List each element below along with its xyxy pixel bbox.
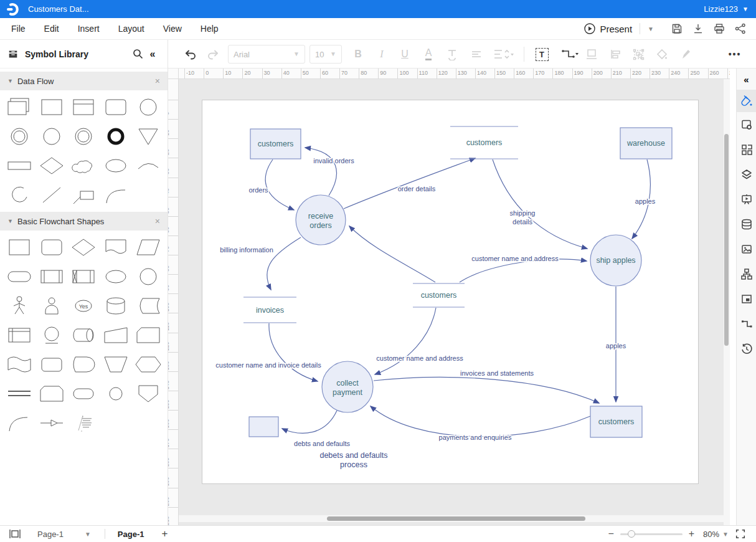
edge-3[interactable] — [349, 226, 435, 282]
bold-button[interactable]: B — [349, 40, 367, 69]
edge-payments-and-enquiries[interactable] — [371, 406, 590, 437]
shape-cloud[interactable] — [69, 155, 98, 177]
add-page-button[interactable]: + — [161, 528, 168, 540]
shape-document[interactable] — [102, 236, 131, 259]
shape-paper-tape[interactable] — [4, 353, 34, 376]
undo-button[interactable] — [182, 40, 199, 69]
section-header-basic-flowchart-shapes[interactable]: ▼ Basic Flowchart Shapes × — [0, 212, 168, 231]
shape-off-page[interactable] — [134, 383, 163, 405]
page-tab[interactable]: Page-1 — [118, 530, 144, 539]
shape-yes-ellipse[interactable]: Yes — [69, 295, 98, 317]
zoom-slider[interactable] — [620, 530, 683, 538]
vertical-scrollbar-thumb[interactable] — [724, 134, 729, 346]
section-collapse-icon[interactable]: ▼ — [7, 218, 13, 224]
text-style-button[interactable] — [443, 40, 461, 69]
pen-button[interactable] — [677, 40, 694, 69]
shape-process-rounded[interactable] — [102, 96, 131, 118]
edge-debts-and-defaults[interactable] — [282, 411, 337, 433]
menu-item-file[interactable]: File — [2, 24, 35, 34]
node-customers-store-top[interactable]: customers — [450, 126, 518, 159]
node-customers-store-mid[interactable]: customers — [413, 283, 465, 307]
page-setup-icon[interactable] — [737, 112, 756, 137]
shape-arc[interactable] — [134, 155, 163, 177]
menu-item-view[interactable]: View — [154, 24, 191, 34]
shape-predefined-process[interactable] — [37, 265, 66, 288]
close-icon[interactable]: × — [155, 216, 160, 226]
edge-orders[interactable] — [265, 159, 294, 210]
shape-circle-underline[interactable] — [37, 324, 66, 346]
node-process-caption[interactable]: debets and defaultsprocess — [319, 451, 387, 469]
shape-internal-storage-x[interactable] — [69, 265, 98, 288]
shape-double-lines[interactable] — [4, 383, 34, 405]
page-select-dropdown[interactable]: Page-1 ▼ — [37, 530, 91, 539]
connector-style-icon[interactable] — [737, 311, 756, 336]
shape-triangle-down[interactable] — [134, 125, 163, 148]
shape-process-header[interactable] — [69, 96, 98, 118]
drawing-page[interactable]: customersreceiveorderscustomerswarehouse… — [202, 100, 699, 484]
node-collect-payment[interactable]: collectpayment — [322, 361, 373, 412]
page-view-icon[interactable] — [9, 529, 21, 539]
shape-ellipse[interactable] — [102, 155, 131, 177]
shape-terminator-2[interactable] — [69, 383, 98, 405]
tree-icon[interactable] — [737, 262, 756, 287]
shape-arc-open[interactable] — [4, 184, 34, 206]
shape-manual-input[interactable] — [102, 324, 131, 346]
shape-arc-quarter[interactable] — [102, 184, 131, 206]
node-customers-br[interactable]: customers — [590, 406, 642, 437]
shape-rect[interactable] — [4, 236, 34, 259]
zoom-level-dropdown[interactable]: 80% ▼ — [703, 530, 729, 539]
edge-invalid-orders[interactable] — [305, 148, 336, 196]
redo-button[interactable] — [204, 40, 222, 69]
user-menu[interactable]: Lizzie123 ▼ — [704, 0, 749, 18]
menu-item-layout[interactable]: Layout — [109, 24, 154, 34]
arrange-button[interactable] — [583, 40, 600, 69]
shape-diamond[interactable] — [37, 155, 66, 177]
edge-customer-name-and-invoice-details[interactable] — [269, 323, 318, 381]
group-button[interactable] — [630, 40, 647, 69]
zoom-out-button[interactable]: − — [608, 528, 613, 540]
shape-datastore[interactable] — [4, 155, 34, 177]
shape-circle[interactable] — [134, 265, 163, 288]
vertical-scrollbar[interactable] — [724, 79, 730, 525]
node-receive-orders[interactable]: receiveorders — [296, 195, 346, 245]
horizontal-scrollbar[interactable] — [179, 515, 724, 522]
history-icon[interactable] — [737, 336, 756, 361]
close-icon[interactable]: × — [155, 76, 160, 86]
fill-tool-icon[interactable] — [737, 90, 756, 112]
edge-shipping-details[interactable] — [493, 159, 587, 249]
shape-rounded-rect-2[interactable] — [37, 353, 66, 376]
save-icon[interactable] — [670, 22, 684, 36]
shape-card-corners[interactable] — [37, 383, 66, 405]
menu-item-insert[interactable]: Insert — [69, 24, 109, 34]
node-customers-tl[interactable]: customers — [250, 129, 301, 159]
shape-circle-bold[interactable] — [102, 125, 131, 148]
shape-ellipse[interactable] — [102, 265, 131, 288]
share-icon[interactable] — [734, 22, 747, 36]
shape-card[interactable] — [134, 324, 163, 346]
node-warehouse[interactable]: warehouse — [620, 128, 672, 159]
shape-circle[interactable] — [134, 96, 163, 118]
zoom-slider-knob[interactable] — [628, 530, 635, 538]
section-header-data-flow[interactable]: ▼ Data Flow × — [0, 72, 168, 90]
shape-circle-double[interactable] — [69, 125, 98, 148]
components-icon[interactable] — [737, 137, 756, 162]
shape-small-circle[interactable] — [102, 383, 131, 405]
text-tool-button[interactable]: T — [533, 40, 550, 69]
shape-delay[interactable] — [69, 353, 98, 376]
edge-customer-name-and-address[interactable] — [460, 259, 587, 282]
connector-tool-button[interactable] — [559, 40, 580, 69]
edge-customer-name-and-address[interactable] — [375, 308, 436, 374]
underline-button[interactable]: U — [396, 40, 413, 69]
shape-parallelogram[interactable] — [134, 236, 163, 259]
search-icon[interactable] — [130, 47, 145, 62]
image-icon[interactable] — [737, 237, 756, 262]
font-size-select[interactable]: 10 ▼ — [309, 45, 342, 64]
collapse-panel-icon[interactable]: « — [145, 47, 160, 62]
shape-circle-double[interactable] — [4, 125, 34, 148]
font-family-select[interactable]: Arial ▼ — [228, 45, 305, 64]
shape-stick-figure[interactable] — [4, 295, 34, 317]
menu-item-edit[interactable]: Edit — [35, 24, 69, 34]
horizontal-scrollbar-thumb[interactable] — [327, 516, 585, 521]
print-icon[interactable] — [712, 22, 726, 36]
shape-arrow[interactable] — [37, 412, 66, 434]
